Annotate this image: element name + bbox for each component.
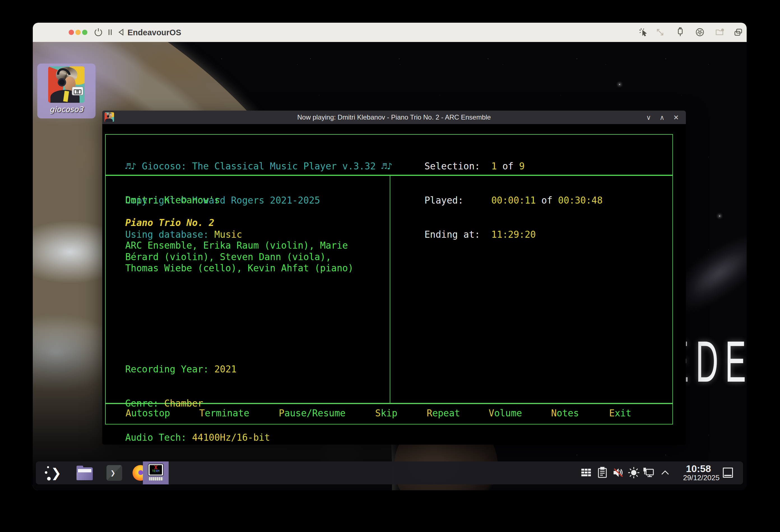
- close-button[interactable]: ✕: [671, 113, 681, 122]
- menu-item-notes[interactable]: Notes: [551, 408, 579, 419]
- resize-window-icon[interactable]: [655, 27, 665, 37]
- menu-item-exit[interactable]: Exit: [609, 408, 631, 419]
- minimize-button[interactable]: ∨: [644, 113, 653, 122]
- clock-date: 29/12/2025: [683, 474, 714, 482]
- detail-label: Genre:: [125, 398, 164, 409]
- database-value: Music: [214, 229, 242, 240]
- display-windows-icon[interactable]: [733, 27, 743, 37]
- terminal-app-icon[interactable]: ❯: [106, 465, 122, 481]
- brightness-icon[interactable]: [628, 467, 640, 479]
- detail-label: Recording Year:: [125, 364, 214, 375]
- selection-total: 9: [519, 161, 525, 172]
- restart-icon[interactable]: [116, 27, 126, 37]
- tray-expand-icon[interactable]: [660, 468, 670, 478]
- composer-name: Dmitri Klebanov's: [125, 195, 220, 206]
- played-line: Played: 00:00:11 of 00:30:48: [425, 195, 603, 206]
- terminal-body: ♬♪ Giocoso: The Classical Music Player v…: [102, 124, 686, 445]
- played-label: Played:: [425, 195, 491, 206]
- menu-item-autostop[interactable]: Autostop: [126, 408, 170, 419]
- database-label: Using database:: [125, 229, 214, 240]
- terminal-title: Now playing: Dmitri Klebanov - Piano Tri…: [102, 113, 686, 121]
- played-total: 00:30:48: [558, 195, 603, 206]
- bright-star: [619, 84, 620, 85]
- selection-value: 1: [491, 161, 497, 172]
- desktop-icon-giocoso3[interactable]: giocoso3: [37, 63, 96, 118]
- file-manager-icon[interactable]: [77, 465, 92, 481]
- giocoso-artwork: [48, 66, 85, 103]
- minimize-traffic-light[interactable]: [76, 30, 81, 35]
- volume-muted-icon[interactable]: [612, 467, 624, 479]
- vm-window-title: EndeavourOS: [128, 28, 181, 37]
- clock-time: 10:58: [683, 464, 714, 474]
- menu-item-terminate[interactable]: Terminate: [199, 408, 249, 419]
- terminal-titlebar[interactable]: Now playing: Dmitri Klebanov - Piano Tri…: [102, 111, 686, 124]
- power-icon[interactable]: [93, 27, 103, 37]
- of-text: of: [536, 195, 558, 206]
- ending-line: Ending at: 11:29:20: [425, 229, 603, 241]
- ending-value: 11:29:20: [491, 229, 536, 240]
- capture-cursor-icon[interactable]: [638, 27, 648, 37]
- work-title: Piano Trio No. 2: [125, 217, 214, 229]
- performers-text: ARC Ensemble, Erika Raum (violin), Marie…: [125, 240, 353, 274]
- pause-icon[interactable]: [105, 27, 115, 37]
- xterm-keyboard: [148, 477, 163, 480]
- menu-item-pause-resume[interactable]: Pause/Resume: [279, 408, 345, 419]
- desktop-icon-label: giocoso3: [37, 105, 96, 114]
- detail-row: Recording Year: 2021: [125, 364, 270, 375]
- vm-window: MEDE giocoso3: [33, 23, 747, 490]
- taskbar: ❯ ❯ X TERM: [36, 462, 743, 484]
- show-desktop-button[interactable]: [723, 468, 733, 478]
- disc-drive-icon[interactable]: [695, 27, 705, 37]
- xterm-active-task[interactable]: X TERM: [143, 462, 169, 484]
- network-display-icon[interactable]: [643, 467, 655, 479]
- app-menu-icon[interactable]: ❯: [45, 465, 60, 481]
- clock[interactable]: 10:58 29/12/2025: [683, 464, 714, 482]
- xterm-icon: X TERM: [148, 464, 164, 476]
- detail-value: 44100Hz/16-bit: [192, 432, 270, 443]
- macos-titlebar: EndeavourOS: [33, 23, 747, 42]
- close-traffic-light[interactable]: [69, 30, 74, 35]
- zoom-traffic-light[interactable]: [82, 30, 87, 35]
- usb-device-icon[interactable]: [675, 27, 685, 37]
- selection-label: Selection:: [425, 161, 491, 172]
- detail-value: 2021: [214, 364, 237, 375]
- menu-bar: Autostop Terminate Pause/Resume Skip Rep…: [102, 408, 686, 420]
- keyboard-layout-icon[interactable]: [581, 467, 593, 479]
- clipboard-icon[interactable]: [596, 467, 608, 479]
- app-title: ♬♪ Giocoso: The Classical Music Player v…: [125, 161, 393, 172]
- maximize-button[interactable]: ∧: [657, 113, 667, 122]
- played-value: 00:00:11: [491, 195, 536, 206]
- bright-star: [719, 216, 720, 216]
- selection-line: Selection: 1 of 9: [425, 161, 603, 172]
- ending-label: Ending at:: [425, 229, 491, 240]
- menu-item-repeat[interactable]: Repeat: [427, 408, 460, 419]
- menu-item-volume[interactable]: Volume: [489, 408, 522, 419]
- shared-folder-icon[interactable]: [715, 27, 725, 37]
- of-text: of: [497, 161, 519, 172]
- menu-item-skip[interactable]: Skip: [375, 408, 397, 419]
- link-emblem-icon: [72, 87, 84, 96]
- detail-value: Chamber: [164, 398, 203, 409]
- desktop-screen: MEDE giocoso3: [33, 42, 747, 490]
- database-line: Using database: Music: [125, 229, 393, 241]
- status-block: Selection: 1 of 9 Played: 00:00:11 of 00…: [425, 138, 603, 263]
- giocoso-terminal-window: Now playing: Dmitri Klebanov - Piano Tri…: [102, 111, 686, 445]
